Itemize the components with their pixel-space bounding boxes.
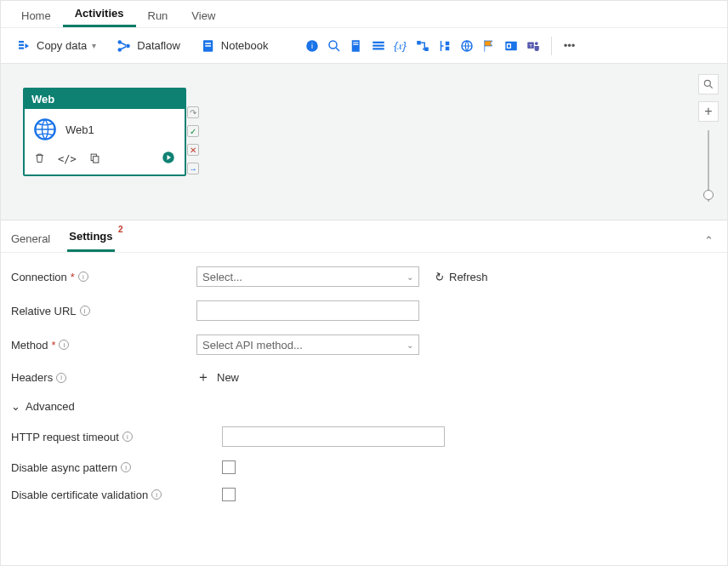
menu-view[interactable]: View <box>179 4 227 27</box>
info-icon[interactable]: i <box>304 38 320 54</box>
handle-success-icon[interactable]: ✓ <box>187 125 199 137</box>
outlook-icon[interactable] <box>503 38 519 54</box>
search-icon[interactable] <box>327 38 342 54</box>
globe-icon[interactable] <box>459 38 475 54</box>
svg-rect-11 <box>353 42 358 43</box>
required-marker: * <box>71 271 75 283</box>
run-icon[interactable] <box>161 150 176 168</box>
connection-placeholder: Select... <box>202 271 242 283</box>
top-menu: Home Activities Run View <box>1 1 727 28</box>
info-icon[interactable]: i <box>121 462 131 472</box>
disable-cert-label: Disable certificate validation <box>11 489 148 501</box>
menu-activities[interactable]: Activities <box>63 2 136 27</box>
copy-data-label: Copy data <box>37 39 87 52</box>
tab-settings[interactable]: Settings 2 <box>67 223 114 252</box>
advanced-label: Advanced <box>26 400 75 413</box>
handle-neutral-icon[interactable]: ↷ <box>187 106 199 118</box>
zoom-slider[interactable] <box>708 130 709 202</box>
tab-settings-label: Settings <box>69 230 112 243</box>
web-activity-icon <box>33 117 57 141</box>
svg-point-2 <box>127 43 131 48</box>
activity-type-label: Web <box>25 89 185 109</box>
chevron-down-icon: ⌄ <box>407 340 413 350</box>
zoom-add-icon[interactable]: + <box>698 101 719 122</box>
menu-home[interactable]: Home <box>9 4 63 27</box>
info-icon[interactable]: i <box>151 489 162 500</box>
handle-failure-icon[interactable]: ✕ <box>187 144 199 156</box>
tab-settings-badge: 2 <box>118 225 123 234</box>
copy-data-icon <box>16 38 31 54</box>
refresh-button[interactable]: ↻ Refresh <box>435 271 488 283</box>
dataflow-button[interactable]: Dataflow <box>110 35 187 57</box>
copy-icon[interactable] <box>88 152 101 167</box>
pipeline-canvas[interactable]: Web Web1 </> ↷ ✓ ✕ → + <box>1 64 727 220</box>
teams-icon[interactable]: T <box>526 38 541 54</box>
menu-run[interactable]: Run <box>136 4 180 27</box>
headers-label: Headers <box>11 371 53 384</box>
svg-rect-27 <box>93 156 98 163</box>
handle-completion-icon[interactable]: → <box>187 163 199 174</box>
new-header-label: New <box>217 371 239 384</box>
svg-text:i: i <box>311 42 313 50</box>
info-icon[interactable]: i <box>122 432 133 442</box>
method-select[interactable]: Select API method... ⌄ <box>196 334 419 355</box>
info-icon[interactable]: i <box>59 340 69 350</box>
disable-async-label: Disable async pattern <box>11 461 117 474</box>
svg-rect-10 <box>351 40 359 52</box>
info-icon[interactable]: i <box>78 272 88 282</box>
copy-data-button[interactable]: Copy data ▾ <box>9 35 103 57</box>
property-tabs: General Settings 2 ⌃ <box>1 220 727 253</box>
more-icon[interactable]: ••• <box>562 38 577 54</box>
refresh-label: Refresh <box>449 271 488 283</box>
disable-cert-checkbox[interactable] <box>222 488 236 501</box>
svg-text:T: T <box>529 43 532 48</box>
relative-url-label: Relative URL <box>11 305 77 317</box>
svg-rect-15 <box>373 48 384 49</box>
activity-name-label: Web1 <box>65 123 94 136</box>
flag-icon[interactable] <box>481 38 497 54</box>
svg-point-21 <box>507 44 509 48</box>
new-header-button[interactable]: ＋ New <box>196 369 239 386</box>
svg-rect-5 <box>205 45 211 47</box>
dataflow-icon <box>117 38 132 54</box>
connection-select[interactable]: Select... ⌄ <box>196 266 419 287</box>
svg-point-29 <box>704 80 710 86</box>
timeout-input[interactable] <box>222 426 445 447</box>
notebook-label: Notebook <box>221 39 269 52</box>
list-icon[interactable] <box>371 38 386 54</box>
activities-toolbar: Copy data ▾ Dataflow Notebook i {𝑥} T ••… <box>1 28 727 64</box>
dataflow-label: Dataflow <box>137 39 180 52</box>
collapse-panel-icon[interactable]: ⌃ <box>699 229 719 252</box>
notebook-icon <box>201 38 216 54</box>
method-placeholder: Select API method... <box>202 339 303 352</box>
notebook-button[interactable]: Notebook <box>194 35 276 57</box>
zoom-slider-knob[interactable] <box>703 190 714 200</box>
activity-node-web[interactable]: Web Web1 </> <box>23 88 186 176</box>
tab-general[interactable]: General <box>9 226 52 252</box>
timeout-label: HTTP request timeout <box>11 431 119 443</box>
canvas-tool-rail: + <box>698 74 719 202</box>
connection-label: Connection <box>11 271 67 283</box>
info-icon[interactable]: i <box>80 306 90 316</box>
pipeline-icon[interactable] <box>415 38 430 54</box>
plus-icon: ＋ <box>196 369 210 386</box>
svg-rect-13 <box>373 41 384 43</box>
relative-url-input[interactable] <box>196 300 419 321</box>
disable-async-checkbox[interactable] <box>222 460 236 474</box>
bracket-icon[interactable] <box>437 38 452 54</box>
svg-rect-12 <box>353 43 358 44</box>
zoom-search-icon[interactable] <box>698 74 719 94</box>
delete-icon[interactable] <box>33 152 46 167</box>
document-icon[interactable] <box>349 38 364 54</box>
node-output-handles: ↷ ✓ ✕ → <box>187 106 199 174</box>
svg-line-30 <box>710 86 713 89</box>
advanced-section-toggle[interactable]: ⌄ Advanced <box>11 400 717 413</box>
svg-rect-4 <box>205 43 211 44</box>
svg-line-9 <box>336 48 339 51</box>
info-icon[interactable]: i <box>56 373 66 383</box>
svg-point-24 <box>534 42 537 45</box>
code-icon[interactable]: </> <box>58 153 77 165</box>
toolbar-separator <box>551 37 552 55</box>
svg-rect-16 <box>417 41 421 45</box>
variable-icon[interactable]: {𝑥} <box>393 38 408 54</box>
